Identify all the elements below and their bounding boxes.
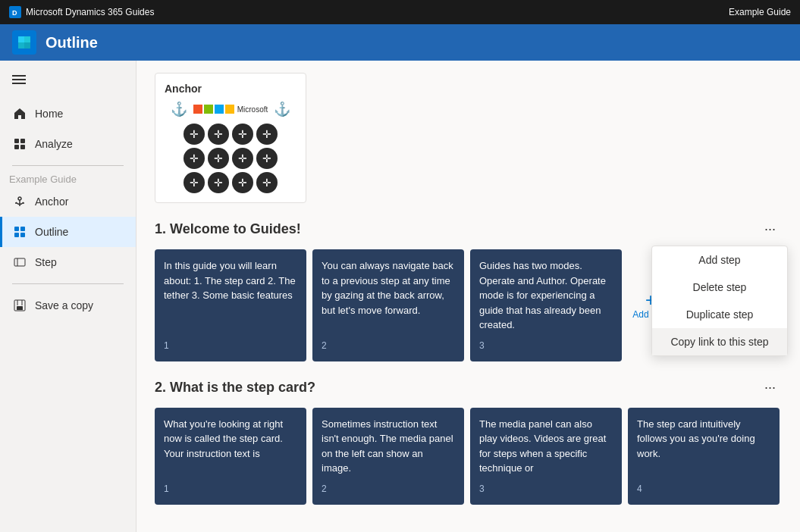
ms-logo-text: Microsoft <box>237 105 268 114</box>
step-card-1-3-text: Guides has two modes. Operate and Author… <box>479 258 613 333</box>
ellipsis-icon-2: ··· <box>764 380 776 395</box>
sidebar: Home Analyze Example Guide <box>0 61 136 532</box>
anchor-grid: ✛ ✛ ✛ ✛ ✛ ✛ ✛ ✛ ✛ ✛ ✛ ✛ <box>184 124 278 193</box>
step-card-1-3-num: 3 <box>479 339 613 352</box>
svg-text:D: D <box>12 9 17 17</box>
step-card-2-4-text: The step card intuitively follows you as… <box>637 417 770 476</box>
context-menu-duplicate-step[interactable]: Duplicate step <box>652 301 787 328</box>
task-section-1: 1. Welcome to Guides! ··· Add step Delet… <box>155 218 782 361</box>
context-menu: Add step Delete step Duplicate step Copy… <box>651 246 788 356</box>
analyze-icon <box>12 136 27 152</box>
anchor-dot-1: ✛ <box>184 124 205 145</box>
step-card-1-1-text: In this guide you will learn about: 1. T… <box>164 258 297 333</box>
task1-header: 1. Welcome to Guides! ··· Add step Delet… <box>155 218 782 240</box>
sidebar-divider-2 <box>12 283 124 284</box>
anchor-logos: ⚓ Microsoft ⚓ <box>171 101 291 117</box>
anchor-dot-11: ✛ <box>232 172 253 193</box>
anchor-left-icon: ⚓ <box>171 101 187 117</box>
svg-rect-14 <box>14 258 25 266</box>
step-card-1-1[interactable]: In this guide you will learn about: 1. T… <box>155 249 306 361</box>
sidebar-guide-label: Example Guide <box>0 172 136 186</box>
step-card-2-1[interactable]: What you're looking at right now is call… <box>155 408 306 505</box>
task1-title: 1. Welcome to Guides! <box>155 221 301 237</box>
anchor-right-icon: ⚓ <box>274 101 290 117</box>
analyze-label: Analyze <box>35 138 73 150</box>
sidebar-item-step[interactable]: Step <box>0 247 136 277</box>
title-bar: D Microsoft Dynamics 365 Guides Example … <box>0 0 800 24</box>
anchor-card[interactable]: Anchor ⚓ Microsoft ⚓ ✛ ✛ ✛ <box>155 73 306 203</box>
anchor-dot-6: ✛ <box>208 148 229 169</box>
app-icon: D <box>9 6 21 18</box>
step-card-1-1-num: 1 <box>164 339 297 352</box>
step-card-1-3[interactable]: Guides has two modes. Operate and Author… <box>470 249 622 361</box>
home-icon <box>12 106 27 121</box>
step-card-1-2-text: You can always navigate back to a previo… <box>322 258 455 333</box>
svg-rect-11 <box>20 227 25 231</box>
svg-rect-3 <box>20 139 25 143</box>
task1-menu-button[interactable]: ··· Add step Delete step Duplicate step … <box>758 218 782 240</box>
sidebar-item-home[interactable]: Home <box>0 99 136 129</box>
step-card-1-2[interactable]: You can always navigate back to a previo… <box>312 249 464 361</box>
sidebar-item-analyze[interactable]: Analyze <box>0 129 136 159</box>
task-section-2: 2. What is the step card? ··· What you'r… <box>155 377 782 505</box>
anchor-dot-4: ✛ <box>256 124 278 145</box>
app-title: Microsoft Dynamics 365 Guides <box>26 7 729 17</box>
ellipsis-icon: ··· <box>764 221 776 236</box>
step-card-2-3-num: 3 <box>479 482 613 496</box>
step-card-2-1-text: What you're looking at right now is call… <box>164 417 297 476</box>
context-menu-delete-step[interactable]: Delete step <box>652 274 787 301</box>
anchor-dot-7: ✛ <box>232 148 253 169</box>
guide-title: Example Guide <box>729 7 791 17</box>
anchor-dot-5: ✛ <box>184 148 205 169</box>
home-label: Home <box>35 108 63 120</box>
anchor-dot-2: ✛ <box>208 124 229 145</box>
app-logo <box>12 30 36 55</box>
step-card-1-2-num: 2 <box>322 339 455 352</box>
svg-rect-19 <box>17 306 23 310</box>
anchor-dot-10: ✛ <box>208 172 229 193</box>
anchor-icon <box>12 194 27 209</box>
task2-header: 2. What is the step card? ··· <box>155 377 782 399</box>
anchor-dot-8: ✛ <box>256 148 278 169</box>
outline-icon <box>12 224 27 239</box>
task2-step-cards: What you're looking at right now is call… <box>155 408 782 505</box>
svg-point-6 <box>18 197 21 200</box>
step-card-2-1-num: 1 <box>164 482 297 496</box>
sidebar-item-save-copy[interactable]: Save a copy <box>0 290 136 321</box>
save-copy-label: Save a copy <box>35 299 93 311</box>
main-layout: Home Analyze Example Guide <box>0 61 800 532</box>
anchor-card-title: Anchor <box>165 83 296 95</box>
save-copy-icon <box>12 298 27 313</box>
anchor-label: Anchor <box>35 196 68 208</box>
svg-rect-10 <box>14 227 19 231</box>
anchor-card-content: ⚓ Microsoft ⚓ ✛ ✛ ✛ ✛ ✛ ✛ <box>165 101 296 193</box>
svg-rect-5 <box>20 145 25 149</box>
svg-rect-13 <box>20 233 25 237</box>
step-card-2-2-text: Sometimes instruction text isn't enough.… <box>322 417 455 476</box>
outline-label: Outline <box>35 226 68 238</box>
context-menu-copy-link[interactable]: Copy link to this step <box>652 328 787 355</box>
step-card-2-3[interactable]: The media panel can also play videos. Vi… <box>470 408 622 505</box>
outline-title: Outline <box>45 34 98 52</box>
task2-title: 2. What is the step card? <box>155 380 315 396</box>
step-card-2-4-num: 4 <box>637 482 770 496</box>
step-card-2-4[interactable]: The step card intuitively follows you as… <box>628 408 780 505</box>
step-icon <box>12 255 27 270</box>
main-content: Anchor ⚓ Microsoft ⚓ ✛ ✛ ✛ <box>136 61 800 532</box>
step-label: Step <box>35 256 57 268</box>
hamburger-button[interactable] <box>0 67 136 99</box>
svg-rect-2 <box>14 139 19 143</box>
sidebar-item-outline[interactable]: Outline <box>0 217 136 247</box>
sidebar-item-anchor[interactable]: Anchor <box>0 186 136 217</box>
anchor-dot-9: ✛ <box>184 172 205 193</box>
sidebar-divider-1 <box>12 165 124 166</box>
svg-rect-12 <box>14 233 19 237</box>
step-card-2-2[interactable]: Sometimes instruction text isn't enough.… <box>312 408 464 505</box>
step-card-2-2-num: 2 <box>322 482 455 496</box>
svg-rect-4 <box>14 145 19 149</box>
anchor-dot-12: ✛ <box>256 172 278 193</box>
task2-menu-button[interactable]: ··· <box>758 377 782 399</box>
app-header: Outline <box>0 24 800 61</box>
step-card-2-3-text: The media panel can also play videos. Vi… <box>479 417 613 476</box>
context-menu-add-step[interactable]: Add step <box>652 246 787 274</box>
